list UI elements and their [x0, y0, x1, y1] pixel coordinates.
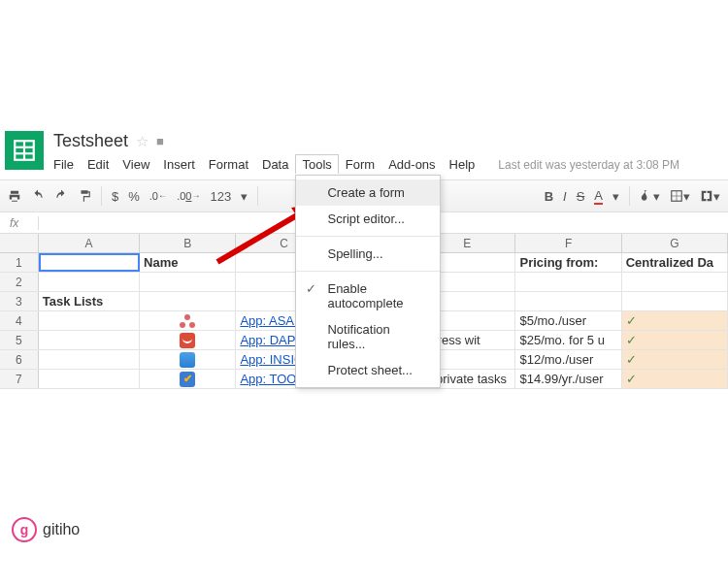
percent-button[interactable]: %	[128, 189, 140, 204]
sheets-logo	[5, 131, 44, 170]
decrease-decimal-button[interactable]: .0←	[149, 190, 167, 202]
cell-B1[interactable]: Name	[140, 253, 236, 272]
row-header[interactable]: 2	[0, 273, 39, 291]
tools-spelling[interactable]: Spelling...	[296, 241, 440, 267]
row-header[interactable]: 7	[0, 370, 39, 388]
col-header-A[interactable]: A	[39, 234, 140, 252]
italic-button[interactable]: I	[563, 189, 567, 204]
redo-icon[interactable]	[54, 189, 68, 203]
more-formats-dropdown-icon[interactable]: ▾	[241, 189, 248, 204]
row-header[interactable]: 4	[0, 311, 39, 330]
tools-enable-autocomplete[interactable]: Enable autocomplete	[296, 276, 440, 316]
cell-F4[interactable]: $5/mo./user	[515, 311, 621, 330]
cell[interactable]	[515, 273, 621, 291]
col-header-G[interactable]: G	[622, 234, 728, 252]
merge-cells-icon[interactable]: ▾	[700, 189, 720, 204]
col-header-F[interactable]: F	[515, 234, 621, 252]
row-header[interactable]: 1	[0, 253, 39, 272]
bold-button[interactable]: B	[545, 189, 553, 204]
cell[interactable]	[39, 370, 140, 388]
row-header[interactable]: 6	[0, 350, 39, 369]
cell-G6[interactable]: ✓	[622, 350, 728, 369]
fill-color-icon[interactable]: ▾	[640, 189, 660, 204]
cell-A1[interactable]	[39, 253, 140, 272]
cell-icon-asana[interactable]	[140, 311, 236, 330]
menu-help[interactable]: Help	[449, 157, 476, 172]
folder-icon[interactable]: ■	[156, 134, 164, 148]
tools-dropdown: Create a form Script editor... Spelling.…	[295, 175, 441, 388]
text-color-button[interactable]: A	[594, 188, 603, 205]
menu-separator	[296, 271, 440, 272]
row-header[interactable]: 5	[0, 331, 39, 349]
watermark: g gitiho	[12, 517, 80, 542]
menu-bar: File Edit View Insert Format Data Tools …	[53, 157, 728, 172]
cell-icon-toodledo[interactable]: ✔	[140, 370, 236, 388]
menu-separator	[296, 236, 440, 237]
gitiho-icon: g	[12, 517, 37, 542]
cell-G4[interactable]: ✓	[622, 311, 728, 330]
tools-notification-rules[interactable]: Notification rules...	[296, 316, 440, 357]
cell-A3[interactable]: Task Lists	[39, 292, 140, 310]
fx-label: fx	[0, 216, 39, 230]
cell-F5[interactable]: $25/mo. for 5 u	[515, 331, 621, 349]
menu-form[interactable]: Form	[346, 157, 375, 172]
cell-icon-insightly[interactable]	[140, 350, 236, 369]
cell-F6[interactable]: $12/mo./user	[515, 350, 621, 369]
col-header-B[interactable]: B	[140, 234, 236, 252]
cell[interactable]	[140, 273, 236, 291]
cell-F1[interactable]: Pricing from:	[515, 253, 621, 272]
increase-decimal-button[interactable]: .00→	[177, 190, 200, 202]
tools-protect-sheet[interactable]: Protect sheet...	[296, 357, 440, 383]
text-color-dropdown-icon[interactable]: ▾	[612, 189, 619, 204]
cell[interactable]	[515, 292, 621, 310]
borders-icon[interactable]: ▾	[670, 189, 690, 204]
number-format-button[interactable]: 123	[211, 189, 232, 204]
cell[interactable]	[622, 273, 728, 291]
cell-icon-dapulse[interactable]	[140, 331, 236, 349]
star-icon[interactable]: ☆	[136, 133, 149, 150]
menu-edit[interactable]: Edit	[87, 157, 109, 172]
paint-format-icon[interactable]	[78, 189, 91, 203]
menu-insert[interactable]: Insert	[163, 157, 195, 172]
document-title[interactable]: Testsheet	[53, 131, 128, 151]
menu-data[interactable]: Data	[262, 157, 288, 172]
menu-format[interactable]: Format	[209, 157, 248, 172]
strikethrough-button[interactable]: S	[577, 189, 585, 204]
menu-tools[interactable]: Tools	[295, 154, 338, 174]
cell-G5[interactable]: ✓	[622, 331, 728, 349]
cell[interactable]	[39, 273, 140, 291]
cell[interactable]	[39, 350, 140, 369]
gitiho-label: gitiho	[43, 521, 80, 538]
tools-script-editor[interactable]: Script editor...	[296, 206, 440, 232]
menu-view[interactable]: View	[122, 157, 149, 172]
cell-F7[interactable]: $14.99/yr./user	[515, 370, 621, 388]
cell[interactable]	[39, 331, 140, 349]
currency-button[interactable]: $	[112, 189, 118, 204]
cell-G1[interactable]: Centralized Da	[622, 253, 728, 272]
tools-create-form[interactable]: Create a form	[296, 179, 440, 206]
cell[interactable]	[140, 292, 236, 310]
last-edit-label[interactable]: Last edit was yesterday at 3:08 PM	[498, 158, 679, 172]
cell[interactable]	[622, 292, 728, 310]
menu-addons[interactable]: Add-ons	[388, 157, 435, 172]
menu-file[interactable]: File	[53, 157, 74, 172]
row-header[interactable]: 3	[0, 292, 39, 310]
cell[interactable]	[39, 311, 140, 330]
select-all-corner[interactable]	[0, 234, 39, 252]
undo-icon[interactable]	[31, 189, 45, 203]
print-icon[interactable]	[8, 189, 21, 203]
cell-G7[interactable]: ✓	[622, 370, 728, 388]
